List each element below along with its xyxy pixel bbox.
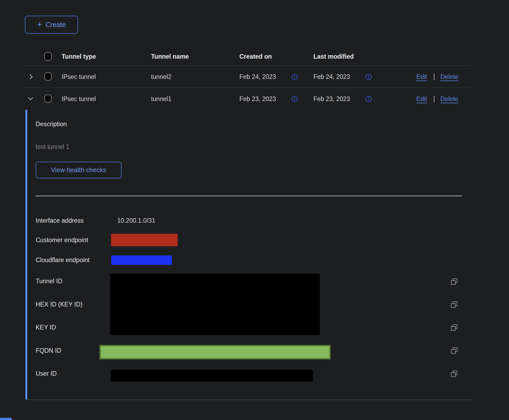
created-on-cell: Feb 23, 2023 xyxy=(239,95,276,103)
info-icon[interactable] xyxy=(365,96,372,104)
table-bottom-divider xyxy=(27,399,472,400)
panel-divider xyxy=(36,196,462,196)
cloudflare-endpoint-redacted-value xyxy=(111,255,172,265)
tunnel-id-label: Tunnel ID xyxy=(36,278,62,285)
column-header-tunnel-type: Tunnel type xyxy=(62,53,96,60)
select-all-checkbox[interactable] xyxy=(44,52,52,61)
copy-icon[interactable] xyxy=(450,346,458,356)
cloudflare-endpoint-label: Cloudflare endpoint xyxy=(36,256,89,264)
column-header-last-modified: Last modified xyxy=(313,53,354,60)
hex-id-label: HEX ID (KEY ID) xyxy=(36,301,82,308)
copy-icon[interactable] xyxy=(450,370,458,379)
delete-link[interactable]: Delete xyxy=(440,73,458,81)
create-button-label: Create xyxy=(46,21,66,29)
fqdn-id-redacted-value xyxy=(99,345,331,359)
created-on-cell: Feb 24, 2023 xyxy=(239,73,276,81)
user-id-label: User ID xyxy=(36,370,57,377)
row-checkbox[interactable] xyxy=(44,95,52,103)
tunnel-name-cell: tunnel1 xyxy=(151,95,171,103)
ids-redacted-value xyxy=(110,274,320,335)
info-icon[interactable] xyxy=(291,96,298,104)
chevron-right-icon[interactable] xyxy=(28,73,35,81)
column-header-created-on: Created on xyxy=(239,53,272,60)
tunnel-type-cell: IPsec tunnel xyxy=(62,95,96,103)
tunnel-name-cell: tunnel2 xyxy=(151,73,171,81)
expanded-row-indicator-bar xyxy=(25,110,27,399)
description-value: test tunnel 1 xyxy=(36,143,69,151)
info-icon[interactable] xyxy=(291,74,298,81)
column-header-tunnel-name: Tunnel name xyxy=(151,53,189,60)
interface-address-label: Interface address xyxy=(36,217,84,224)
user-id-redacted-value xyxy=(111,370,313,382)
fqdn-id-label: FQDN ID xyxy=(36,347,61,354)
bottom-left-accent-strip xyxy=(0,418,12,420)
customer-endpoint-label: Customer endpoint xyxy=(36,236,88,244)
copy-icon[interactable] xyxy=(450,324,458,333)
last-modified-cell: Feb 23, 2023 xyxy=(313,95,350,103)
interface-address-value: 10.200.1.0/31 xyxy=(117,217,155,224)
copy-icon[interactable] xyxy=(450,278,458,287)
row-checkbox[interactable] xyxy=(44,72,52,81)
tunnel-type-cell: IPsec tunnel xyxy=(62,73,96,81)
edit-link[interactable]: Edit xyxy=(416,73,427,81)
action-separator: | xyxy=(433,73,435,80)
copy-icon[interactable] xyxy=(450,301,458,310)
view-health-checks-button[interactable]: View health checks xyxy=(36,162,122,178)
description-label: Description xyxy=(36,121,67,128)
info-icon[interactable] xyxy=(365,74,372,81)
row-divider xyxy=(24,88,470,88)
last-modified-cell: Feb 24, 2023 xyxy=(313,73,350,81)
plus-icon: + xyxy=(37,20,42,29)
action-separator: | xyxy=(433,95,435,102)
customer-endpoint-redacted-value xyxy=(111,234,178,246)
edit-link[interactable]: Edit xyxy=(416,95,427,103)
header-divider xyxy=(24,65,470,66)
create-button[interactable]: + Create xyxy=(25,16,78,34)
chevron-down-icon[interactable] xyxy=(27,95,34,104)
delete-link[interactable]: Delete xyxy=(440,95,458,103)
key-id-label: KEY ID xyxy=(36,324,56,331)
